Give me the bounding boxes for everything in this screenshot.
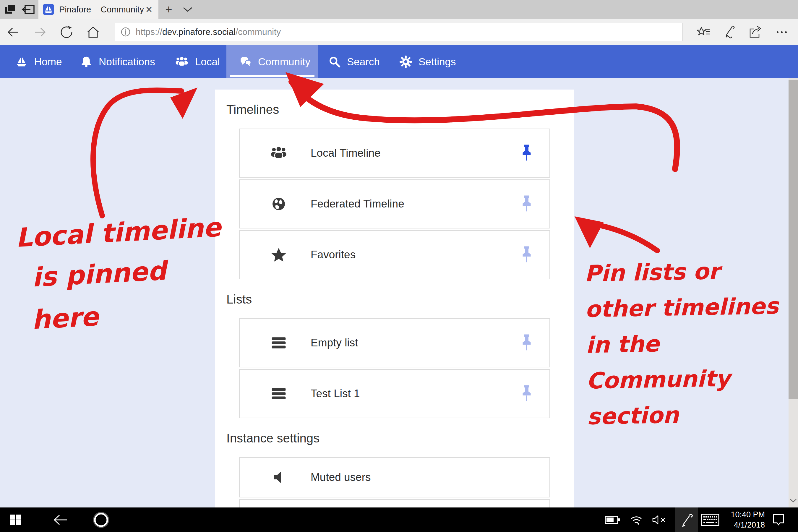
home-button[interactable]: [86, 25, 100, 39]
section-heading-lists: Lists: [226, 292, 574, 306]
pin-button[interactable]: [520, 385, 533, 402]
pushpin-icon: [520, 246, 533, 263]
pinafore-favicon: [43, 4, 54, 15]
url-path: /community: [235, 27, 281, 37]
timelines-list: Local Timeline Federated Timeline Favori: [239, 129, 550, 279]
share-button[interactable]: [748, 25, 762, 40]
nav-item-notifications[interactable]: Notifications: [73, 45, 163, 78]
pushpin-icon: [520, 334, 533, 352]
page-background: Timelines Local Timeline Federated Timel…: [0, 78, 788, 508]
nav-item-community[interactable]: Community: [226, 45, 318, 78]
row-test-list-1[interactable]: Test List 1: [239, 369, 550, 418]
cortana-button[interactable]: [90, 508, 112, 532]
action-center-button[interactable]: [769, 508, 788, 532]
back-button[interactable]: [6, 25, 20, 39]
favorites-hub-button[interactable]: [696, 25, 711, 40]
page-scrollbar[interactable]: [788, 78, 798, 508]
set-aside-tabs-icon: [4, 3, 16, 15]
row-favorites[interactable]: Favorites: [239, 230, 550, 279]
forward-icon: [33, 25, 47, 39]
refresh-button[interactable]: [60, 25, 73, 39]
tabs-preview-button[interactable]: [21, 3, 36, 16]
tab-close-button[interactable]: ×: [144, 4, 154, 15]
community-page-card: Timelines Local Timeline Federated Timel…: [215, 90, 574, 508]
scrollbar-thumb[interactable]: [788, 80, 798, 399]
pin-button[interactable]: [520, 195, 533, 212]
star-icon: [270, 247, 288, 262]
back-icon: [6, 25, 20, 39]
chat-bubbles-icon: [240, 56, 251, 68]
battery-icon[interactable]: [604, 508, 621, 532]
row-partially-visible[interactable]: [239, 499, 550, 508]
gear-icon: [400, 56, 412, 68]
nav-label: Local: [195, 56, 220, 68]
row-local-timeline[interactable]: Local Timeline: [239, 129, 550, 178]
active-tab-underline: [230, 75, 315, 77]
pin-button[interactable]: [520, 145, 533, 162]
pushpin-icon: [520, 145, 533, 162]
taskbar-back-button[interactable]: [50, 508, 71, 532]
cortana-circle-icon: [93, 512, 109, 528]
pin-button[interactable]: [520, 246, 533, 263]
browser-tab-pinafore[interactable]: Pinafore – Community ×: [38, 0, 158, 19]
nav-label: Home: [34, 56, 62, 68]
row-empty-list[interactable]: Empty list: [239, 318, 550, 367]
row-label: Muted users: [311, 471, 371, 483]
row-label: Federated Timeline: [311, 198, 404, 210]
nav-item-local[interactable]: Local: [167, 45, 228, 78]
list-icon: [270, 336, 288, 349]
nav-item-settings[interactable]: Settings: [392, 45, 463, 78]
pen-icon: [722, 25, 737, 40]
set-aside-tabs-button[interactable]: [3, 3, 17, 16]
search-icon: [329, 56, 341, 68]
instance-settings-list: Muted users: [239, 457, 550, 508]
nav-item-search[interactable]: Search: [321, 45, 387, 78]
row-label: Test List 1: [311, 387, 360, 400]
section-heading-instance-settings: Instance settings: [226, 431, 574, 445]
row-label: Empty list: [311, 337, 358, 349]
pushpin-icon: [520, 385, 533, 402]
pushpin-icon: [520, 195, 533, 212]
back-icon: [53, 513, 68, 526]
pin-button[interactable]: [520, 334, 533, 352]
nav-label: Search: [347, 56, 380, 68]
row-label: Favorites: [311, 249, 356, 261]
refresh-icon: [60, 25, 73, 39]
taskbar-clock[interactable]: 10:40 PM 4/1/2018: [721, 508, 765, 532]
section-heading-timelines: Timelines: [226, 102, 574, 117]
web-notes-button[interactable]: [722, 25, 737, 40]
nav-label: Settings: [418, 56, 456, 68]
forward-button[interactable]: [33, 25, 47, 39]
tabs-preview-icon: [22, 3, 35, 15]
row-muted-users[interactable]: Muted users: [239, 457, 550, 497]
home-icon: [86, 25, 100, 39]
share-icon: [748, 25, 762, 40]
nav-label: Notifications: [99, 56, 155, 68]
nav-item-home[interactable]: Home: [8, 45, 70, 78]
new-tab-button[interactable]: +: [159, 0, 178, 19]
nav-label: Community: [258, 56, 310, 68]
start-button[interactable]: [6, 508, 24, 532]
chevron-down-icon: [790, 498, 797, 504]
clock-time: 10:40 PM: [730, 510, 765, 520]
site-info-icon[interactable]: [120, 26, 131, 37]
pen-tray-button[interactable]: [675, 508, 698, 532]
url-text: https://dev.pinafore.social/community: [136, 27, 281, 37]
settings-menu-button[interactable]: [774, 25, 789, 40]
touch-keyboard-button[interactable]: [700, 508, 721, 532]
list-icon: [270, 387, 288, 400]
address-bar[interactable]: https://dev.pinafore.social/community: [115, 23, 683, 41]
tab-preview-chevron-button[interactable]: [178, 0, 197, 19]
sailboat-icon: [15, 56, 28, 68]
url-scheme: https://: [136, 27, 162, 37]
windows-logo-icon: [10, 514, 21, 526]
row-federated-timeline[interactable]: Federated Timeline: [239, 179, 550, 228]
globe-icon: [270, 197, 288, 211]
bell-icon: [80, 56, 92, 68]
volume-muted-icon[interactable]: [651, 508, 669, 532]
scroll-down-button[interactable]: [790, 498, 797, 504]
wifi-icon[interactable]: [628, 508, 645, 532]
clock-date: 4/1/2018: [734, 520, 765, 530]
people-icon: [270, 146, 288, 160]
people-icon: [175, 56, 189, 68]
